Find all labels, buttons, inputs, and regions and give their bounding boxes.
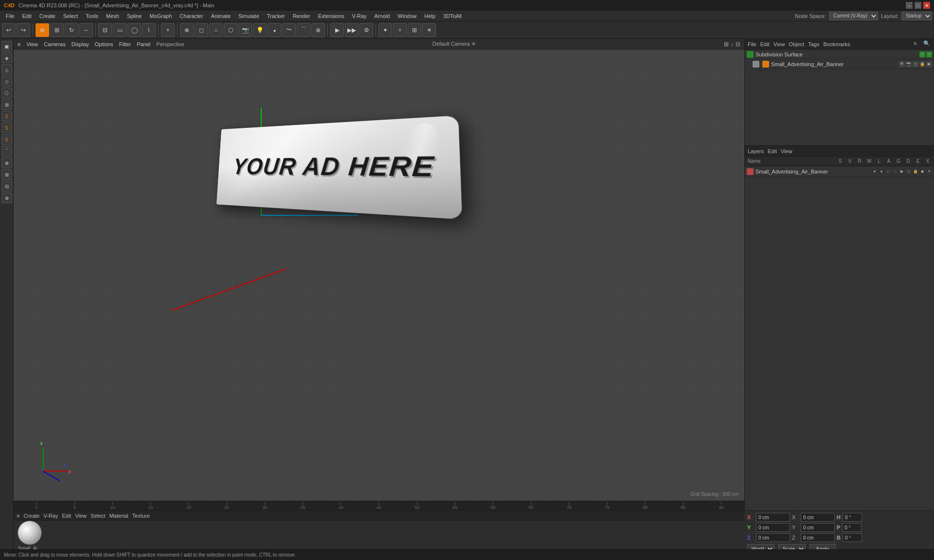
layout-select[interactable]: Startup xyxy=(901,12,932,20)
obj-ctrl-render2[interactable]: ◻ xyxy=(913,61,918,67)
bottom-menu-select[interactable]: Select xyxy=(90,513,106,519)
sphere-button[interactable]: ○ xyxy=(209,23,223,37)
menu-animate[interactable]: Animate xyxy=(207,12,234,20)
select-rect-button[interactable]: ▭ xyxy=(113,23,126,37)
om-menu-bookmarks[interactable]: Bookmarks xyxy=(823,41,850,47)
sidebar-mode-0[interactable]: ▣ xyxy=(1,41,12,52)
menu-create[interactable]: Create xyxy=(36,12,59,20)
bottom-menu-edit[interactable]: Edit xyxy=(62,513,71,519)
sidebar-tool-6[interactable]: ⊞ xyxy=(1,169,12,180)
rotate-tool-button[interactable]: ↻ xyxy=(65,23,78,37)
bottom-menu-view[interactable]: View xyxy=(75,513,87,519)
grid-button[interactable]: ⊞ xyxy=(408,23,421,37)
light-button[interactable]: 💡 xyxy=(253,23,267,37)
menu-edit[interactable]: Edit xyxy=(18,12,36,20)
menu-mograph[interactable]: MoGraph xyxy=(145,12,176,20)
snap-button[interactable]: ✧ xyxy=(393,23,407,37)
obj-ctrl-visible[interactable]: ✓ xyxy=(919,52,925,57)
layer-icon-5[interactable]: ▶ xyxy=(899,169,905,175)
viewport-menu-cameras[interactable]: Cameras xyxy=(44,41,66,47)
coord-input-p[interactable] xyxy=(842,523,862,532)
spline-button[interactable]: ⌒ xyxy=(297,23,310,37)
select-all-button[interactable]: ⊟ xyxy=(98,23,112,37)
bottom-menu-vray[interactable]: V-Ray xyxy=(43,513,58,519)
layer-icon-6[interactable]: ◻ xyxy=(906,169,912,175)
light2-button[interactable]: ☀ xyxy=(422,23,436,37)
layer-icon-4[interactable]: □ xyxy=(892,169,898,175)
viewport[interactable]: YOUR AD HERE X Y Z Grid Spacing : 500 cm xyxy=(14,50,744,501)
viewport-icon-2[interactable]: ↓ xyxy=(731,41,734,48)
om-menu-file[interactable]: File xyxy=(748,41,756,47)
coord-input-x[interactable] xyxy=(756,513,790,522)
sidebar-tool-4[interactable]: ⌒ xyxy=(1,146,12,157)
layers-menu-edit[interactable]: Edit xyxy=(768,148,777,154)
bottom-menu-texture[interactable]: Texture xyxy=(132,513,150,519)
deformer-button[interactable]: 〜 xyxy=(282,23,296,37)
coord-input-y[interactable] xyxy=(756,523,790,532)
generator-button[interactable]: ⊕ xyxy=(311,23,325,37)
menu-select[interactable]: Select xyxy=(59,12,82,20)
sidebar-mode-5[interactable]: ⊞ xyxy=(1,99,12,110)
menu-simulate[interactable]: Simulate xyxy=(234,12,263,20)
coord-input-x2[interactable] xyxy=(801,513,835,522)
obj-ctrl-eye[interactable]: 👁 xyxy=(899,61,905,67)
viewport-icon-1[interactable]: ⊞ xyxy=(724,41,729,48)
undo-button[interactable]: ↩ xyxy=(2,23,16,37)
bottom-menu-create[interactable]: Create xyxy=(23,513,39,519)
transform-tool-button[interactable]: ↔ xyxy=(79,23,93,37)
sidebar-mode-4[interactable]: ⬡ xyxy=(1,88,12,98)
material-button[interactable]: ⬥ xyxy=(268,23,281,37)
menu-window[interactable]: Window xyxy=(394,12,420,20)
obj-ctrl-lock[interactable]: 🔒 xyxy=(919,61,925,67)
menu-tracker[interactable]: Tracker xyxy=(263,12,289,20)
viewport-icon-3[interactable]: ⊟ xyxy=(736,41,740,48)
om-menu-view[interactable]: View xyxy=(773,41,785,47)
menu-file[interactable]: File xyxy=(2,12,18,20)
cube-button[interactable]: ◻ xyxy=(195,23,208,37)
menu-3dtoall[interactable]: 3DToAll xyxy=(439,12,466,20)
obj-ctrl-play[interactable]: ▶ xyxy=(926,61,932,67)
bottom-menu-hamburger[interactable]: ≡ xyxy=(17,513,19,519)
viewport-menu-view[interactable]: View xyxy=(26,41,38,47)
layer-icon-2[interactable]: ● xyxy=(879,169,884,175)
object-row-banner[interactable]: Small_Advertising_Air_Banner 👁 📷 ◻ 🔒 ▶ xyxy=(745,59,934,69)
cylinder-button[interactable]: ⬡ xyxy=(224,23,237,37)
magnet-button[interactable]: ✦ xyxy=(378,23,392,37)
om-menu-edit[interactable]: Edit xyxy=(760,41,770,47)
null-button[interactable]: ⊗ xyxy=(180,23,194,37)
menu-arnold[interactable]: Arnold xyxy=(371,12,394,20)
node-space-select[interactable]: Current (V-Ray) xyxy=(829,12,878,20)
menu-render[interactable]: Render xyxy=(289,12,314,20)
om-icon-filter[interactable]: ≡ xyxy=(914,40,921,48)
menu-vray[interactable]: V-Ray xyxy=(348,12,371,20)
viewport-menu-panel[interactable]: Panel xyxy=(137,41,150,47)
menu-character[interactable]: Character xyxy=(176,12,207,20)
sidebar-tool-7[interactable]: ⊟ xyxy=(1,181,12,192)
om-menu-tags[interactable]: Tags xyxy=(808,41,819,47)
viewport-menu-options[interactable]: Options xyxy=(95,41,113,47)
camera-button[interactable]: 📷 xyxy=(238,23,252,37)
menu-tools[interactable]: Tools xyxy=(82,12,102,20)
obj-ctrl-render[interactable]: ✓ xyxy=(926,52,932,57)
move-tool-button[interactable]: ⊕ xyxy=(36,23,49,37)
sidebar-mode-3[interactable]: ◇ xyxy=(1,76,12,87)
menu-extensions[interactable]: Extensions xyxy=(314,12,348,20)
coord-input-b[interactable] xyxy=(843,533,862,542)
bottom-menu-material[interactable]: Material xyxy=(109,513,128,519)
scale-tool-button[interactable]: ⊞ xyxy=(50,23,64,37)
sidebar-mode-2[interactable]: △ xyxy=(1,64,12,75)
coord-input-z[interactable] xyxy=(756,533,790,542)
coord-input-z2[interactable] xyxy=(801,533,835,542)
render-button[interactable]: ▶▶ xyxy=(345,23,359,37)
menu-mesh[interactable]: Mesh xyxy=(102,12,123,20)
layer-icon-9[interactable]: ✕ xyxy=(926,169,932,175)
coord-input-h[interactable] xyxy=(843,513,862,522)
layer-icon-3[interactable]: □ xyxy=(885,169,891,175)
viewport-menu-display[interactable]: Display xyxy=(72,41,89,47)
maximize-button[interactable]: □ xyxy=(915,2,921,9)
sidebar-tool-8[interactable]: ⊕ xyxy=(1,192,12,203)
sidebar-mode-1[interactable]: ◈ xyxy=(1,52,12,63)
layer-icon-1[interactable]: ● xyxy=(872,169,878,175)
render-view-button[interactable]: ▶ xyxy=(330,23,344,37)
layer-row-banner[interactable]: Small_Advertising_Air_Banner ● ● □ □ ▶ ◻… xyxy=(745,166,934,177)
